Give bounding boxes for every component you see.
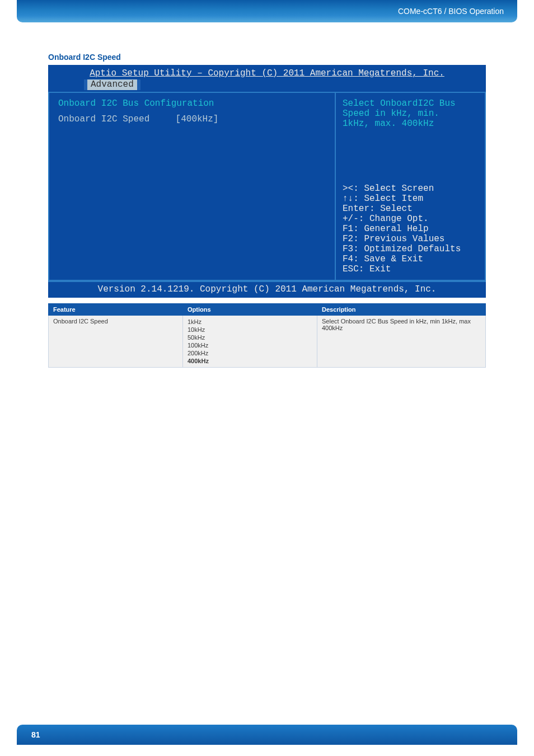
option-item-default: 400kHz [188,357,312,365]
key-line: F3: Optimized Defaults [343,244,478,254]
bios-footer: Version 2.14.1219. Copyright (C) 2011 Am… [48,281,486,298]
bios-left-panel: Onboard I2C Bus Configuration Onboard I2… [48,92,335,281]
bios-right-panel: Select OnboardI2C Bus Speed in kHz, min.… [335,92,486,281]
bios-title: Aptio Setup Utility – Copyright (C) 2011… [48,65,486,78]
footer-bar: 81 [17,725,517,745]
option-item: 50kHz [188,334,312,341]
option-item: 100kHz [188,341,312,349]
bios-screenshot: Aptio Setup Utility – Copyright (C) 2011… [48,65,486,298]
help-line: Select OnboardI2C Bus [343,98,478,109]
header-bar: COMe-cCT6 / BIOS Operation [17,0,517,22]
key-line: ESC: Exit [343,264,478,274]
cell-feature: Onboard I2C Speed [49,316,183,368]
col-feature: Feature [49,304,183,316]
config-title: Onboard I2C Bus Configuration [58,98,326,109]
config-label: Onboard I2C Speed [58,114,170,124]
help-line: 1kHz, max. 400kHz [343,119,478,129]
option-item: 10kHz [188,326,312,334]
page: COMe-cCT6 / BIOS Operation Onboard I2C S… [0,0,534,756]
help-line: Speed in kHz, min. [343,109,478,119]
col-description: Description [317,304,486,316]
cell-options: 1kHz 10kHz 50kHz 100kHz 200kHz 400kHz [183,316,317,368]
key-line: F4: Save & Exit [343,254,478,264]
table-row: Onboard I2C Speed 1kHz 10kHz 50kHz 100kH… [49,316,486,368]
key-line: F1: General Help [343,224,478,234]
feature-table: Feature Options Description Onboard I2C … [48,303,486,368]
table-header-row: Feature Options Description [49,304,486,316]
key-line: ><: Select Screen [343,184,478,194]
section-title: Onboard I2C Speed [48,53,121,62]
option-item: 200kHz [188,349,312,357]
key-line: Enter: Select [343,204,478,214]
key-line: ↑↓: Select Item [343,194,478,204]
col-options: Options [183,304,317,316]
breadcrumb: COMe-cCT6 / BIOS Operation [398,7,504,16]
cell-description: Select Onboard I2C Bus Speed in kHz, min… [317,316,486,368]
key-legend: ><: Select Screen ↑↓: Select Item Enter:… [343,184,478,274]
config-value: [400kHz] [176,114,219,124]
bios-body: Onboard I2C Bus Configuration Onboard I2… [48,92,486,281]
bios-titlebar: Aptio Setup Utility – Copyright (C) 2011… [48,65,486,92]
key-line: F2: Previous Values [343,234,478,244]
config-row[interactable]: Onboard I2C Speed [400kHz] [58,114,326,124]
help-text: Select OnboardI2C Bus Speed in kHz, min.… [343,98,478,129]
page-number: 81 [31,730,40,739]
option-item: 1kHz [188,318,312,326]
key-line: +/-: Change Opt. [343,214,478,224]
bios-tab-advanced[interactable]: Advanced [84,79,140,90]
